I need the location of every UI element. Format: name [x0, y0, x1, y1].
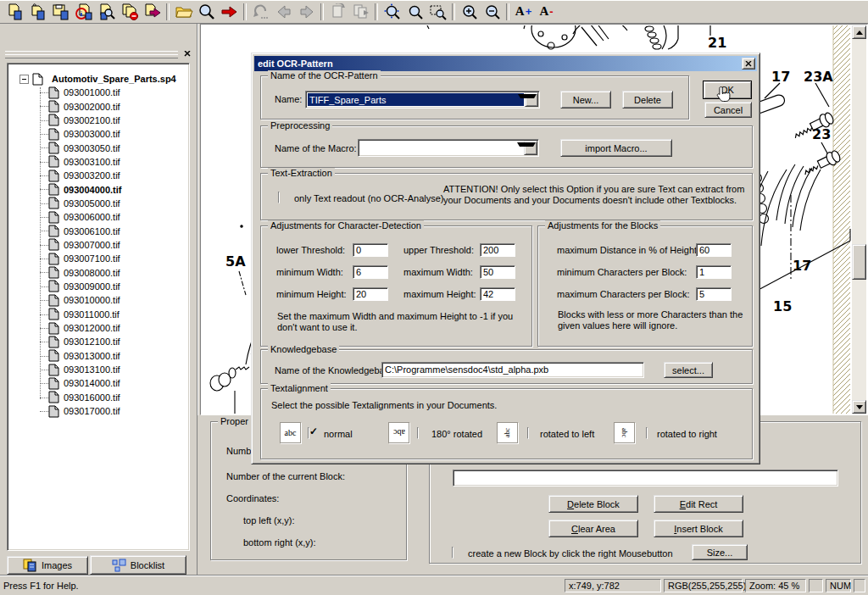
- tree-file-item[interactable]: 093010000.tif: [8, 293, 189, 307]
- rotated-right-checkbox[interactable]: [646, 427, 648, 439]
- field-input[interactable]: 60: [696, 243, 732, 257]
- toolbar-separator: [375, 3, 378, 20]
- insert-block-button[interactable]: Insert Block: [654, 520, 743, 537]
- open-image-icon[interactable]: [26, 2, 49, 22]
- scroll-up-icon[interactable]: [852, 25, 866, 39]
- tif-file-icon: [48, 294, 59, 307]
- tree-file-item[interactable]: 093007100.tif: [8, 252, 189, 265]
- tree-file-item[interactable]: 093014000.tif: [8, 376, 189, 390]
- new-pattern-button[interactable]: New...: [560, 91, 611, 108]
- new-block-checkbox[interactable]: [452, 547, 453, 559]
- knowledgebase-input[interactable]: C:\Programme\sensdoc4\std_alpha.pxb: [381, 362, 644, 378]
- vertical-scrollbar[interactable]: [852, 25, 866, 414]
- tif-file-icon: [48, 155, 59, 168]
- tree-file-item[interactable]: 093011000.tif: [8, 308, 189, 321]
- tree-collapse-icon[interactable]: [19, 75, 29, 84]
- dropdown-arrow-icon[interactable]: [524, 141, 537, 155]
- rotated-180-checkbox[interactable]: [417, 427, 419, 439]
- tree-file-item[interactable]: 093006100.tif: [8, 224, 189, 237]
- zoom-normal-icon[interactable]: [403, 2, 426, 22]
- field-input[interactable]: 5: [696, 287, 732, 301]
- tab-images[interactable]: Images: [7, 556, 88, 575]
- field-input[interactable]: 6: [353, 265, 388, 279]
- blocks-fields: maximum Distance in % of Height: 60 mini…: [557, 239, 732, 305]
- search-image-icon[interactable]: [95, 2, 118, 22]
- font-larger-icon[interactable]: A+: [512, 2, 535, 22]
- panel-close-icon[interactable]: [181, 48, 192, 59]
- delete-pattern-button[interactable]: Delete: [622, 91, 673, 108]
- block-text-input[interactable]: [453, 470, 838, 487]
- open-folder-icon[interactable]: [172, 2, 195, 22]
- clear-area-button[interactable]: Clear Area: [548, 520, 638, 537]
- zoom-out-icon[interactable]: [481, 2, 504, 22]
- import-macro-button[interactable]: import Macro...: [560, 139, 672, 157]
- tree-file-label: 093014000.tif: [64, 378, 120, 388]
- tree-file-item[interactable]: 093013000.tif: [8, 349, 189, 363]
- tree-file-item[interactable]: 093016000.tif: [8, 391, 189, 404]
- dialog-titlebar[interactable]: edit OCR-Pattern: [254, 56, 757, 71]
- tree-file-item[interactable]: 093002100.tif: [8, 114, 189, 127]
- pattern-name-value: TIFF_Spare_Parts: [308, 93, 524, 106]
- next-page-icon[interactable]: [295, 2, 318, 22]
- tree-file-item[interactable]: 093003100.tif: [8, 155, 189, 169]
- size-button[interactable]: Size...: [692, 544, 748, 560]
- tree-file-item[interactable]: 093003050.tif: [8, 141, 189, 154]
- export-image-icon[interactable]: [141, 2, 164, 22]
- field-input[interactable]: 1: [696, 265, 732, 279]
- tree-file-item[interactable]: 093006000.tif: [8, 210, 189, 224]
- image-info-icon[interactable]: [72, 2, 95, 22]
- tree-file-item[interactable]: 093013100.tif: [8, 363, 189, 376]
- rotated-left-checkbox[interactable]: [527, 427, 529, 439]
- tab-blocklist[interactable]: Blocklist: [90, 555, 186, 575]
- tree-file-item[interactable]: 093002000.tif: [8, 99, 189, 113]
- tree-file-item[interactable]: 093005000.tif: [8, 197, 189, 210]
- dropdown-arrow-icon[interactable]: [525, 92, 538, 107]
- goto-page-icon[interactable]: [218, 2, 241, 22]
- panel-gripper[interactable]: [5, 54, 178, 58]
- tree-root-item[interactable]: Automotiv_Spare_Parts.sp4: [8, 72, 189, 86]
- field-input[interactable]: 42: [480, 287, 515, 301]
- tree-file-label: 093002100.tif: [64, 115, 120, 125]
- dialog-close-icon[interactable]: [742, 58, 755, 70]
- field-input[interactable]: 200: [480, 243, 515, 257]
- tree-file-item[interactable]: 093003200.tif: [8, 169, 189, 182]
- field-input[interactable]: 0: [353, 243, 388, 257]
- tree-file-item[interactable]: 093012000.tif: [8, 321, 189, 335]
- remove-image-icon[interactable]: [118, 2, 141, 22]
- tree-file-item[interactable]: 093009000.tif: [8, 280, 189, 293]
- zoom-fit-icon[interactable]: [381, 2, 403, 22]
- tree-file-item[interactable]: 093004000.tif: [8, 182, 189, 196]
- font-smaller-icon[interactable]: A-: [535, 2, 558, 22]
- delete-block-button[interactable]: Delete Block: [548, 495, 638, 513]
- copy-page-icon[interactable]: [349, 2, 372, 22]
- tree-file-item[interactable]: 093008000.tif: [8, 265, 189, 279]
- tree-file-item[interactable]: 093003000.tif: [8, 127, 189, 141]
- tree-file-item[interactable]: 093007000.tif: [8, 238, 189, 252]
- zoom-area-icon[interactable]: [426, 2, 449, 22]
- save-image-icon[interactable]: [49, 2, 72, 22]
- cancel-button[interactable]: Cancel: [704, 102, 752, 118]
- text-readout-checkbox[interactable]: [278, 192, 280, 203]
- field-input[interactable]: 20: [353, 287, 388, 301]
- select-knowledgebase-button[interactable]: select...: [664, 362, 713, 378]
- rotate-page-icon[interactable]: [326, 2, 349, 22]
- zoom-in-icon[interactable]: [458, 2, 481, 22]
- new-image-icon[interactable]: [3, 2, 26, 22]
- scroll-down-icon[interactable]: [852, 400, 866, 414]
- macro-combobox[interactable]: [358, 139, 539, 157]
- scrollbar-thumb[interactable]: [852, 244, 866, 280]
- undo-icon[interactable]: [249, 2, 272, 22]
- field-label: maximum Distance in % of Height:: [557, 245, 696, 255]
- edit-rect-button[interactable]: Edit Rect: [654, 495, 743, 513]
- normal-checkbox[interactable]: [308, 427, 309, 439]
- pattern-name-combobox[interactable]: TIFF_Spare_Parts: [305, 91, 540, 108]
- search-icon[interactable]: [195, 2, 218, 22]
- knowledgebase-label: Name of the Knowledgebase:: [275, 365, 397, 375]
- prev-page-icon[interactable]: [272, 2, 295, 22]
- tree-file-item[interactable]: 093012100.tif: [8, 335, 189, 348]
- name-groupbox: Name of the OCR-Pattern Name: TIFF_Spare…: [260, 75, 689, 120]
- ok-button[interactable]: OK: [703, 81, 752, 99]
- field-input[interactable]: 50: [480, 265, 515, 279]
- tree-file-item[interactable]: 093001000.tif: [8, 86, 189, 99]
- tree-file-item[interactable]: 093017000.tif: [8, 404, 189, 418]
